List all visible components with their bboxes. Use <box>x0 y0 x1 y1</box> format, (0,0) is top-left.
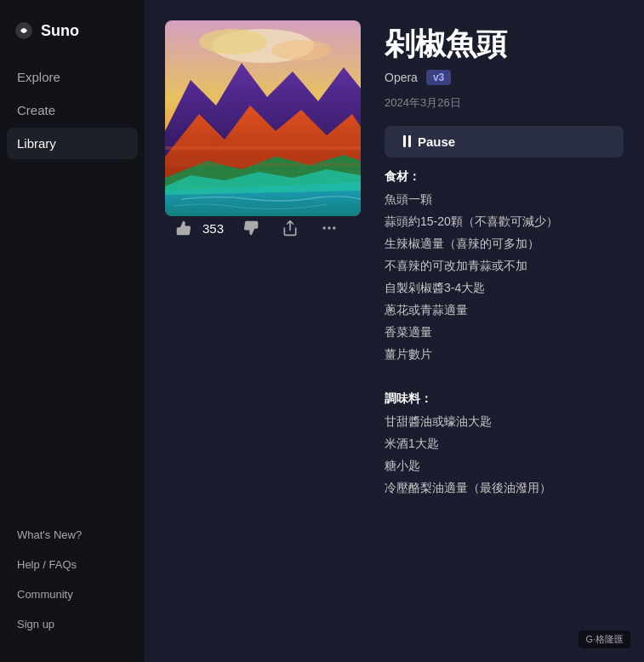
recipe-line-7: 香菜適量 <box>385 322 624 344</box>
watermark: G·格隆匯 <box>578 631 630 648</box>
sidebar-item-library[interactable]: Library <box>7 128 138 159</box>
pause-icon <box>403 135 411 147</box>
pause-bar-1 <box>403 135 406 147</box>
song-info: 剁椒魚頭 Opera v3 2024年3月26日 Pause 食材： 魚頭一顆 … <box>385 20 624 499</box>
sidebar-item-create[interactable]: Create <box>7 94 138 126</box>
main-content: 353 <box>145 0 644 662</box>
recipe-line-2: 蒜頭約15-20顆（不喜歡可減少） <box>385 211 624 233</box>
more-icon <box>321 220 338 237</box>
share-button[interactable] <box>278 216 302 240</box>
svg-point-8 <box>328 226 330 229</box>
song-title: 剁椒魚頭 <box>385 27 624 61</box>
more-button[interactable] <box>317 216 341 240</box>
dislike-button[interactable] <box>239 216 263 240</box>
svg-point-4 <box>271 40 331 60</box>
like-button[interactable] <box>172 216 196 240</box>
recipe-line-5: 自製剁椒醬3-4大匙 <box>385 277 624 300</box>
like-section: 353 <box>172 216 224 240</box>
recipe-line-6: 蔥花或青蒜適量 <box>385 300 624 322</box>
suno-logo-icon <box>14 20 34 41</box>
sidebar-item-signup[interactable]: Sign up <box>7 610 138 638</box>
sidebar-item-whats-new[interactable]: What's New? <box>7 521 138 549</box>
nav-items: Explore Create Library <box>0 61 145 521</box>
album-art-container: 353 <box>165 20 361 257</box>
song-date: 2024年3月26日 <box>385 95 624 111</box>
song-genre: Opera <box>385 71 418 84</box>
actions-row: 353 <box>172 216 361 257</box>
pause-bar-2 <box>408 135 411 147</box>
logo-text: Suno <box>41 22 79 40</box>
recipe-line-8: 薑片數片 <box>385 344 624 366</box>
seasoning-line-2: 米酒1大匙 <box>385 433 624 455</box>
seasoning-line-3: 糖小匙 <box>385 455 624 477</box>
share-icon <box>282 220 299 237</box>
seasonings-title: 調味料： <box>385 388 624 410</box>
svg-rect-6 <box>165 163 361 166</box>
seasoning-line-4: 冷壓酪梨油適量（最後油潑用） <box>385 477 624 499</box>
svg-point-9 <box>333 226 335 229</box>
recipe-line-3: 生辣椒適量（喜辣的可多加） <box>385 233 624 255</box>
thumbs-down-icon <box>242 220 259 237</box>
svg-rect-5 <box>165 146 361 150</box>
thumbs-up-icon <box>175 220 192 237</box>
recipe-text: 食材： 魚頭一顆 蒜頭約15-20顆（不喜歡可減少） 生辣椒適量（喜辣的可多加）… <box>385 166 624 499</box>
version-badge: v3 <box>426 70 451 85</box>
pause-label: Pause <box>418 134 455 149</box>
album-art <box>165 20 361 216</box>
sidebar-bottom: What's New? Help / FAQs Community Sign u… <box>0 521 145 648</box>
sidebar-item-community[interactable]: Community <box>7 580 138 608</box>
logo-area: Suno <box>0 14 145 61</box>
pause-button[interactable]: Pause <box>385 126 624 157</box>
like-count: 353 <box>202 221 224 236</box>
song-meta: Opera v3 <box>385 70 624 85</box>
top-section: 353 <box>165 20 624 499</box>
album-art-svg <box>165 20 361 216</box>
sidebar: Suno Explore Create Library What's New? … <box>0 0 145 662</box>
recipe-line-4: 不喜辣的可改加青蒜或不加 <box>385 255 624 277</box>
svg-point-3 <box>199 29 267 54</box>
sidebar-item-explore[interactable]: Explore <box>7 61 138 93</box>
recipe-line-1: 魚頭一顆 <box>385 189 624 211</box>
ingredients-title: 食材： <box>385 166 624 188</box>
svg-point-7 <box>323 226 326 229</box>
sidebar-item-help[interactable]: Help / FAQs <box>7 551 138 579</box>
seasoning-line-1: 甘甜醬油或蠔油大匙 <box>385 411 624 433</box>
